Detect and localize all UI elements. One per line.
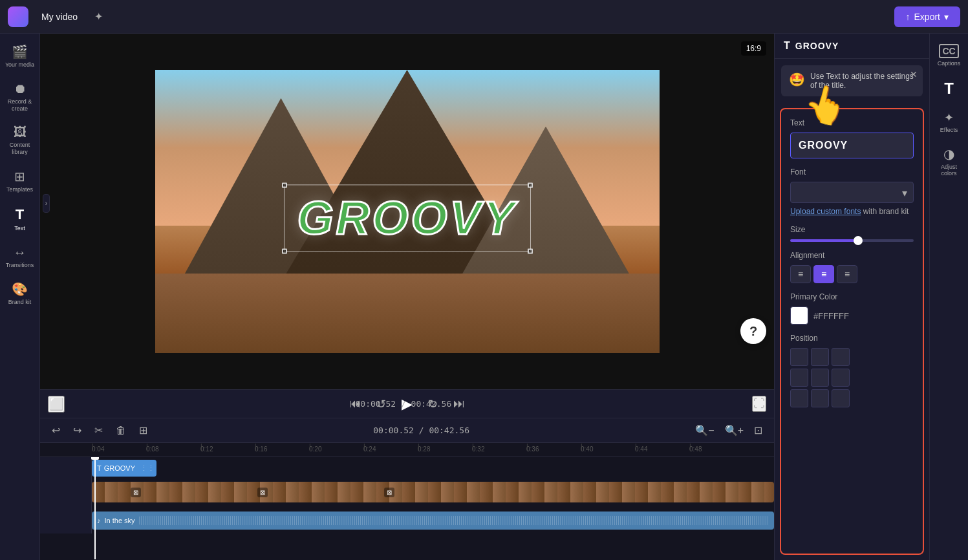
position-section-label: Position: [790, 334, 914, 343]
undo-button[interactable]: ↩: [48, 423, 64, 438]
ruler-mark-5: 0:24: [363, 443, 418, 455]
size-section-label: Size: [790, 225, 914, 234]
cut-button[interactable]: ✂: [91, 423, 107, 438]
current-time: 00:00.52: [356, 399, 396, 409]
groovy-text-display: GROOVY: [297, 191, 517, 244]
redo-button[interactable]: ↪: [69, 423, 85, 438]
video-split-icon-3: ⊠: [384, 488, 394, 497]
sidebar-item-brand-kit[interactable]: 🎨 Brand kit: [3, 276, 38, 311]
pos-btn-br[interactable]: [832, 389, 850, 407]
upload-fonts-suffix: with brand kit: [863, 207, 909, 216]
sidebar-item-your-media[interactable]: 🎬 Your media: [3, 39, 38, 74]
ruler-mark-4: 0:20: [309, 443, 363, 455]
ruler-mark-8: 0:36: [526, 443, 581, 455]
panel-content: Text Font Upload custom fonts with brand…: [780, 108, 924, 555]
magic-wand-button[interactable]: ✦: [91, 8, 107, 25]
size-slider-thumb: [854, 236, 863, 245]
help-button[interactable]: ?: [740, 318, 766, 344]
text-clip-icon: T: [97, 464, 102, 472]
panel-title-text: GROOVY: [795, 41, 839, 51]
track-row-text: T GROOVY ⋮⋮: [40, 457, 774, 480]
primary-color-swatch[interactable]: [790, 307, 808, 325]
timeline-tracks: T GROOVY ⋮⋮ ⊠ ⊠ ⊠: [40, 457, 774, 559]
pos-btn-ml[interactable]: [790, 369, 808, 387]
pos-btn-bl[interactable]: [790, 389, 808, 407]
track-row-video: ⊠ ⊠ ⊠: [40, 480, 774, 509]
right-sidebar-effects[interactable]: ✦ Effects: [932, 105, 967, 138]
fit-timeline-button[interactable]: ⊡: [750, 423, 766, 438]
timeline-time-counter: 00:00.52 / 00:42.56: [156, 425, 686, 435]
pos-btn-mr[interactable]: [832, 369, 850, 387]
panel-header: T GROOVY: [775, 34, 929, 59]
sidebar-item-templates[interactable]: ⊞ Templates: [3, 164, 38, 199]
resize-handle-tl[interactable]: [281, 182, 286, 188]
text-clip-groovy[interactable]: T GROOVY ⋮⋮: [92, 460, 156, 477]
sidebar-item-text[interactable]: T Text: [3, 201, 38, 237]
ruler-mark-0: 0:04: [92, 443, 146, 455]
text-clip-handle[interactable]: ⋮⋮: [140, 464, 155, 473]
sidebar-item-content-library[interactable]: 🖼 Content library: [3, 120, 38, 161]
resize-handle-tr[interactable]: [528, 182, 533, 188]
align-left-button[interactable]: ≡: [790, 265, 811, 283]
align-center-button[interactable]: ≡: [813, 265, 834, 283]
zoom-in-button[interactable]: 🔍+: [721, 423, 748, 438]
sidebar-item-transitions[interactable]: ↔ Transitions: [3, 240, 38, 274]
playhead[interactable]: [94, 457, 96, 559]
pos-btn-tl[interactable]: [790, 348, 808, 366]
alignment-section-label: Alignment: [790, 251, 914, 260]
text-input-field[interactable]: [790, 133, 914, 158]
track-label-audio: [40, 509, 92, 533]
ruler-mark-2: 0:12: [200, 443, 255, 455]
captions-label: Captions: [938, 60, 961, 67]
left-sidebar: 🎬 Your media ⏺ Record & create 🖼 Content…: [0, 34, 40, 560]
export-chevron-icon: ▾: [944, 12, 949, 22]
sidebar-item-brand-kit-label: Brand kit: [8, 299, 32, 306]
fullscreen-button[interactable]: ⛶: [752, 396, 766, 412]
resize-handle-bl[interactable]: [281, 248, 286, 253]
preview-video: GROOVY: [155, 70, 660, 353]
track-label-video: [40, 480, 92, 509]
aspect-ratio-badge: 16:9: [741, 41, 766, 56]
sidebar-item-transitions-label: Transitions: [6, 262, 34, 269]
playback-bar: ⬜ ⏮ ↺ ▶ ↻ ⏭ 00:00.52 / 00:42.56 ⛶: [40, 389, 774, 418]
pos-btn-tc[interactable]: [811, 348, 829, 366]
add-media-button[interactable]: ⊞: [135, 423, 151, 438]
tooltip-close-button[interactable]: ✕: [910, 69, 918, 80]
subtitle-toggle-button[interactable]: ⬜: [48, 396, 65, 413]
ruler-mark-9: 0:40: [581, 443, 635, 455]
right-sidebar-captions[interactable]: CC Captions: [932, 39, 967, 72]
time-separator: /: [401, 399, 411, 409]
export-button[interactable]: ↑ Export ▾: [894, 6, 960, 27]
captions-icon: CC: [939, 44, 958, 58]
right-sidebar-text[interactable]: T: [932, 74, 967, 103]
pos-btn-mc[interactable]: [811, 369, 829, 387]
collapse-panel-button[interactable]: ›: [43, 194, 50, 213]
zoom-out-button[interactable]: 🔍−: [691, 423, 718, 438]
sidebar-item-record-create[interactable]: ⏺ Record & create: [3, 76, 38, 118]
sidebar-item-templates-label: Templates: [6, 186, 33, 193]
pos-btn-tr[interactable]: [832, 348, 850, 366]
time-display: 00:00.52 / 00:42.56: [356, 399, 452, 409]
resize-handle-br[interactable]: [528, 248, 533, 253]
video-clip[interactable]: ⊠ ⊠ ⊠: [92, 482, 774, 502]
video-title-button[interactable]: My video: [36, 9, 83, 25]
text-overlay[interactable]: GROOVY: [283, 184, 530, 252]
skip-to-end-button[interactable]: ⏭: [451, 394, 468, 413]
align-right-button[interactable]: ≡: [837, 265, 857, 283]
font-select[interactable]: [790, 182, 914, 203]
right-sidebar-adjust-colors[interactable]: ◑ Adjust colors: [932, 141, 967, 182]
text-right-icon: T: [944, 80, 954, 98]
color-row: #FFFFFF: [790, 307, 914, 325]
delete-button[interactable]: 🗑: [112, 424, 130, 438]
pos-btn-bc[interactable]: [811, 389, 829, 407]
position-grid: [790, 348, 914, 407]
sidebar-item-text-label: Text: [14, 225, 25, 232]
export-icon: ↑: [906, 12, 910, 22]
audio-clip[interactable]: ♪ In the sky: [92, 512, 774, 530]
templates-icon: ⊞: [14, 169, 25, 184]
panel-title-icon: T: [784, 40, 790, 52]
text-sidebar-icon: T: [16, 206, 24, 223]
ruler-mark-10: 0:44: [635, 443, 689, 455]
ruler-mark-7: 0:32: [472, 443, 526, 455]
upload-custom-fonts-link[interactable]: Upload custom fonts: [790, 207, 861, 216]
